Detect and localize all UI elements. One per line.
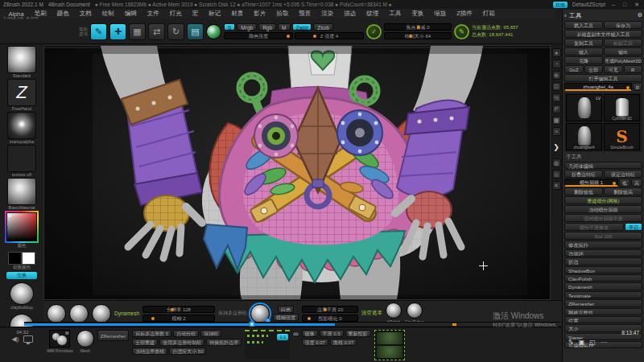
menu-item[interactable]: Z插件 [452, 10, 478, 18]
viewport-option-icon[interactable]: ½ [552, 93, 561, 102]
higher-res-button[interactable]: 高 [631, 179, 642, 187]
current-tool-slider[interactable]: zhuangbei_4a [564, 83, 632, 91]
paint-mode-chip[interactable]: S [224, 23, 235, 31]
auto-groups-button[interactable]: 自动分组 [173, 330, 199, 337]
mirror-button[interactable]: 镜像 [302, 330, 318, 337]
z-intensity-slider[interactable]: Z 强度 4 [295, 32, 364, 39]
convert-border-button[interactable]: 转换拓扑边界 [206, 339, 242, 346]
curve-slider[interactable]: 曲线 0.07 [330, 339, 357, 346]
goz-row-button[interactable]: 全部 [584, 65, 604, 73]
reproject-button[interactable]: 重新投影 [345, 330, 371, 337]
subtool-section-label[interactable]: 子工具 [564, 154, 642, 161]
goz-row-button[interactable]: GoZ [564, 65, 584, 73]
collapsed-subpalette[interactable]: 修改拓扑 [564, 241, 642, 248]
gear-icon[interactable]: ⚙ [638, 12, 642, 19]
collapsed-subpalette[interactable]: 折边 [564, 257, 642, 265]
import-from-disk-button[interactable]: 从磁盘副本文件输入工具 [564, 30, 642, 38]
draw-size-slider[interactable]: 绘制大小 64 [384, 32, 452, 39]
viewport-option-icon[interactable]: ◍ [552, 158, 561, 167]
keep-groups-toggle[interactable]: 保持多边形组 [218, 310, 247, 317]
brush-thumb[interactable] [92, 304, 111, 323]
dynamesh-blur-slider[interactable]: 模糊 2 [142, 315, 215, 322]
material-globe-icon[interactable] [206, 24, 221, 39]
set-edge-button[interactable]: 设定边特征 [604, 170, 642, 178]
speaker-icon[interactable]: ◀) [12, 335, 19, 343]
viewport-option-icon[interactable]: ◎ [552, 170, 561, 179]
apply-smooth-button[interactable]: 仅对细分层级平滑 [564, 214, 642, 222]
del-lower-button[interactable]: 删除较低 [564, 187, 603, 195]
dumbbell-icon[interactable]: ∞ [293, 330, 298, 338]
rotate-canvas-icon[interactable]: ↻ [167, 23, 184, 40]
menu-item[interactable]: 颜色 [52, 10, 74, 18]
viewport-option-icon[interactable]: P [552, 105, 561, 113]
keep-groups-button[interactable]: 保持组 [200, 330, 221, 337]
main-color-swatch[interactable] [8, 252, 22, 265]
minimize-button[interactable]: – [610, 2, 617, 7]
collapsed-subpalette[interactable]: 网格完整性 [564, 308, 642, 315]
menu-item[interactable]: 渲染 [316, 10, 339, 18]
collapsed-subpalette[interactable]: Dynamesh [564, 282, 642, 290]
active-brush-thumb[interactable]: 1 [250, 304, 270, 323]
zscript-label[interactable]: DefaultZScript [572, 2, 605, 7]
projection-slider[interactable]: 投影细化 0 [302, 315, 358, 322]
goz-row-button[interactable]: R [624, 65, 643, 73]
menu-item[interactable]: 文件 [142, 10, 164, 18]
strength-slider[interactable]: 强度 0.07 [302, 339, 328, 346]
lightbox-icon[interactable]: ▤ [187, 23, 204, 40]
move-canvas-icon[interactable]: ⇄ [148, 23, 165, 40]
tool-thumb[interactable]: S SimpleBrush [604, 123, 640, 150]
adaptive-size-slider[interactable]: 自适应大小 50 [169, 348, 206, 355]
brush-thumb[interactable] [69, 304, 89, 323]
imm-primitives-thumb[interactable]: M [49, 330, 70, 348]
geometry-section-header[interactable]: 几何体编辑 [564, 162, 642, 169]
smt-toggle[interactable]: 开启 [625, 223, 642, 231]
secondary-color-swatch[interactable] [22, 252, 35, 265]
load-tool-button[interactable]: 载入工具 [564, 21, 603, 29]
menu-item[interactable]: 预置 [294, 10, 316, 18]
focal-shift-slider[interactable]: 焦点衰减 0 [384, 23, 452, 31]
zoom-ratio-chip[interactable]: 1:1 [277, 334, 288, 340]
color-picker[interactable] [5, 211, 39, 243]
mesh-thumb[interactable] [76, 330, 94, 348]
menu-item[interactable]: 绘制 [97, 10, 119, 18]
close-button[interactable]: ✕ [633, 2, 641, 8]
tool-r-button[interactable]: R [633, 83, 642, 91]
dynamesh-label[interactable]: Dynamesh [114, 311, 139, 316]
shelf-slot[interactable] [7, 145, 36, 172]
paint-mode-chip[interactable]: M [278, 23, 290, 31]
tray-expand-icon[interactable]: ❯ [553, 143, 559, 151]
viewport-option-icon[interactable]: ▦ [552, 116, 561, 125]
save-as-button[interactable]: 保存为 [604, 21, 642, 29]
collapsed-subpalette[interactable]: Tessimate [564, 291, 642, 298]
pencil-icon[interactable]: ✎ [568, 339, 574, 346]
tool-thumb[interactable]: Cylinder3D [604, 94, 640, 121]
blur-strength-button[interactable]: 模糊强度 [273, 314, 299, 321]
shelf-slot[interactable] [7, 178, 36, 205]
open-edit-tool-button[interactable]: 打开编辑工具 [564, 74, 642, 82]
collapsed-subpalette[interactable]: 位置 [564, 316, 642, 323]
menu-item[interactable]: 宏 [187, 10, 204, 18]
menu-item[interactable]: 材质 [226, 10, 249, 18]
frame-icon[interactable]: ▦ [129, 23, 146, 40]
goz-row-button[interactable]: 可见 [604, 65, 623, 73]
freeze-border-button[interactable]: 冻结边界曲线 [132, 348, 167, 355]
more-icon[interactable]: ⋯ [601, 339, 607, 346]
clone-button[interactable]: 克隆 [564, 56, 603, 64]
edit-draw-icon[interactable]: ✎ [90, 23, 107, 40]
menu-item[interactable]: 标记 [204, 10, 226, 18]
panel-back-icon[interactable]: ‹ [564, 12, 567, 19]
shelf-slot[interactable] [7, 112, 36, 139]
frame-icon[interactable]: ▣ [579, 339, 585, 346]
shelf-slot[interactable] [7, 46, 36, 73]
collapsed-subpalette[interactable]: ZRemesher [564, 299, 642, 306]
monitor-icon[interactable] [23, 335, 33, 343]
import-button[interactable]: 输入 [564, 47, 603, 56]
del-higher-button[interactable]: 删除较高 [604, 187, 642, 195]
brush-thumb[interactable] [47, 304, 66, 323]
menu-item[interactable]: 描边 [339, 10, 361, 18]
resize-icon[interactable]: ◱ [589, 339, 596, 346]
menu-item[interactable]: 纹理 [361, 10, 384, 18]
menu-item[interactable]: 工具 [384, 10, 407, 18]
export-button[interactable]: 输出 [604, 47, 642, 56]
shelf-brush-thumb[interactable] [407, 302, 423, 319]
